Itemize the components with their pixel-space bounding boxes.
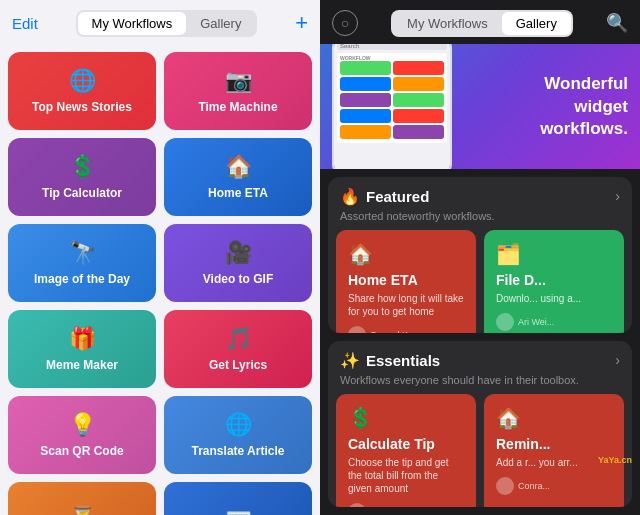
home-icon-gallery: 🏠 xyxy=(348,242,464,266)
phone-screen: Search WORKFLOW xyxy=(334,44,450,169)
telescope-icon: 🔭 xyxy=(69,240,96,266)
essentials-subtitle: Workflows everyone should have in their … xyxy=(328,374,632,394)
phone-mockup: Search WORKFLOW xyxy=(332,44,452,169)
author-name: Ari Wei... xyxy=(518,317,554,327)
workflow-scan-qr[interactable]: 💡 Scan QR Code xyxy=(8,396,156,474)
essentials-title: Essentials xyxy=(366,352,440,369)
fire-icon: 🔥 xyxy=(340,187,360,206)
workflow-label: Video to GIF xyxy=(203,272,273,286)
featured-cards-row: 🏠 Home ETA Share how long it will take f… xyxy=(328,230,632,333)
right-tab-group: My Workflows Gallery xyxy=(391,10,573,37)
card-desc: Downlo... using a... xyxy=(496,292,612,305)
workflow-label: Time Machine xyxy=(198,100,277,114)
light-icon: 💡 xyxy=(69,412,96,438)
workflow-tip-calculator[interactable]: 💲 Tip Calculator xyxy=(8,138,156,216)
workflow-label: Get Lyrics xyxy=(209,358,267,372)
search-icon[interactable]: 🔍 xyxy=(606,12,628,34)
right-panel: ○ My Workflows Gallery 🔍 Search WORKFLOW xyxy=(320,0,640,515)
tab-gallery-right[interactable]: Gallery xyxy=(502,12,571,35)
featured-subtitle: Assorted noteworthy workflows. xyxy=(328,210,632,230)
tab-my-workflows-left[interactable]: My Workflows xyxy=(78,12,187,35)
workflow-video-to-gif[interactable]: 🎥 Video to GIF xyxy=(164,224,312,302)
globe2-icon: 🌐 xyxy=(225,412,252,438)
edit-button[interactable]: Edit xyxy=(12,15,38,32)
video-icon: 🎥 xyxy=(225,240,252,266)
sparkle-icon: ✨ xyxy=(340,351,360,370)
watermark: YaYa.cn xyxy=(598,455,632,465)
workflow-label: Translate Article xyxy=(192,444,285,458)
card-author-row: Conrad Kramer xyxy=(348,503,464,507)
card-gap xyxy=(476,394,484,507)
featured-title: Featured xyxy=(366,188,429,205)
essentials-section: ✨ Essentials › Workflows everyone should… xyxy=(328,341,632,507)
home-icon-remind: 🏠 xyxy=(496,406,612,430)
workflow-label: Tip Calculator xyxy=(42,186,122,200)
camera-icon: 📷 xyxy=(225,68,252,94)
workflow-label: Image of the Day xyxy=(34,272,130,286)
workflow-label: Home ETA xyxy=(208,186,268,200)
right-header: ○ My Workflows Gallery 🔍 xyxy=(320,0,640,44)
gallery-card-file-d[interactable]: 🗂️ File D... Downlo... using a... Ari We… xyxy=(484,230,624,333)
globe-icon: 🌐 xyxy=(69,68,96,94)
card-title: Remin... xyxy=(496,436,612,452)
featured-chevron[interactable]: › xyxy=(615,188,620,204)
home-icon: 🏠 xyxy=(225,154,252,180)
workflow-label: Meme Maker xyxy=(46,358,118,372)
search-label: Search xyxy=(340,44,359,49)
tab-gallery-left[interactable]: Gallery xyxy=(186,12,255,35)
workflow-grid: 🌐 Top News Stories 📷 Time Machine 💲 Tip … xyxy=(0,44,320,515)
promo-banner: Search WORKFLOW xyxy=(320,44,640,169)
author-avatar xyxy=(496,477,514,495)
add-workflow-button[interactable]: + xyxy=(295,12,308,34)
dollar-icon-gallery: 💲 xyxy=(348,406,464,430)
essentials-cards-row: 💲 Calculate Tip Choose the tip and get t… xyxy=(328,394,632,507)
tab-my-workflows-right[interactable]: My Workflows xyxy=(393,12,502,35)
file-icon-gallery: 🗂️ xyxy=(496,242,612,266)
profile-avatar[interactable]: ○ xyxy=(332,10,358,36)
gift-icon: 🎁 xyxy=(69,326,96,352)
workflow-row6-right[interactable]: ⌨️ xyxy=(164,482,312,515)
card-gap xyxy=(476,230,484,333)
workflow-home-eta[interactable]: 🏠 Home ETA xyxy=(164,138,312,216)
left-panel: Edit My Workflows Gallery + 🌐 Top News S… xyxy=(0,0,320,515)
keyboard-icon: ⌨️ xyxy=(225,505,252,515)
music-icon: 🎵 xyxy=(225,326,252,352)
workflow-get-lyrics[interactable]: 🎵 Get Lyrics xyxy=(164,310,312,388)
essentials-header: ✨ Essentials › xyxy=(328,341,632,374)
left-header: Edit My Workflows Gallery + xyxy=(0,0,320,44)
card-author-row: Ari Wei... xyxy=(496,313,612,331)
workflow-meme-maker[interactable]: 🎁 Meme Maker xyxy=(8,310,156,388)
person-icon: ○ xyxy=(341,15,349,31)
author-avatar xyxy=(496,313,514,331)
author-name: Conra... xyxy=(518,481,550,491)
featured-title-row: 🔥 Featured xyxy=(340,187,429,206)
card-desc: Choose the tip and get the total bill fr… xyxy=(348,456,464,495)
gallery-card-calculate-tip[interactable]: 💲 Calculate Tip Choose the tip and get t… xyxy=(336,394,476,507)
workflow-top-news[interactable]: 🌐 Top News Stories xyxy=(8,52,156,130)
workflow-time-machine[interactable]: 📷 Time Machine xyxy=(164,52,312,130)
essentials-title-row: ✨ Essentials xyxy=(340,351,440,370)
author-avatar xyxy=(348,503,366,507)
workflow-label: Top News Stories xyxy=(32,100,132,114)
workflow-translate[interactable]: 🌐 Translate Article xyxy=(164,396,312,474)
card-title: File D... xyxy=(496,272,612,288)
featured-header: 🔥 Featured › xyxy=(328,177,632,210)
card-author-row: Conra... xyxy=(496,477,612,495)
card-title: Calculate Tip xyxy=(348,436,464,452)
gallery-card-home-eta[interactable]: 🏠 Home ETA Share how long it will take f… xyxy=(336,230,476,333)
left-tab-group: My Workflows Gallery xyxy=(76,10,258,37)
workflow-label: Scan QR Code xyxy=(40,444,123,458)
workflow-image-of-day[interactable]: 🔭 Image of the Day xyxy=(8,224,156,302)
card-author-row: Conrad Kramer xyxy=(348,326,464,333)
essentials-chevron[interactable]: › xyxy=(615,352,620,368)
dollar-icon: 💲 xyxy=(69,154,96,180)
card-title: Home ETA xyxy=(348,272,464,288)
card-desc: Add a r... you arr... xyxy=(496,456,612,469)
workflow-row6-left[interactable]: ⏳ xyxy=(8,482,156,515)
author-avatar xyxy=(348,326,366,333)
card-desc: Share how long it will take for you to g… xyxy=(348,292,464,318)
hourglass-icon: ⏳ xyxy=(69,505,96,515)
author-name: Conrad Kramer xyxy=(370,330,432,333)
gallery-card-remind[interactable]: 🏠 Remin... Add a r... you arr... Conra..… xyxy=(484,394,624,507)
featured-section: 🔥 Featured › Assorted noteworthy workflo… xyxy=(328,177,632,333)
